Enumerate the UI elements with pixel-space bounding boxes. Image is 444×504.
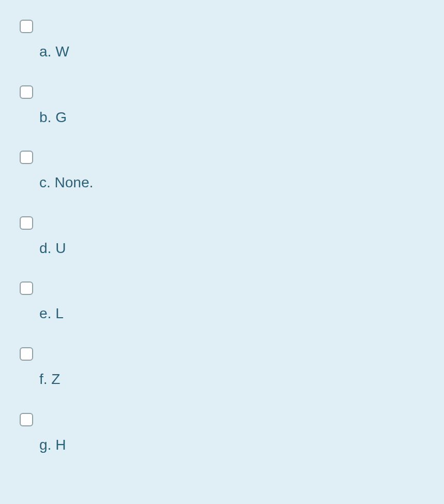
option-item-f: f. Z <box>20 347 424 388</box>
checkbox-g[interactable] <box>20 413 33 426</box>
option-label-a: a. W <box>20 43 69 61</box>
option-label-d: d. U <box>20 240 66 257</box>
option-item-c: c. None. <box>20 151 424 191</box>
checkbox-a[interactable] <box>20 20 33 33</box>
checkbox-e[interactable] <box>20 281 33 295</box>
option-label-b: b. G <box>20 109 67 126</box>
option-label-e: e. L <box>20 305 64 322</box>
option-item-d: d. U <box>20 216 424 257</box>
option-label-g: g. H <box>20 436 66 454</box>
option-item-e: e. L <box>20 281 424 322</box>
options-list: a. W b. G c. None. d. U e. L f. Z g. H <box>20 20 424 478</box>
checkbox-d[interactable] <box>20 216 33 230</box>
option-item-a: a. W <box>20 20 424 61</box>
option-label-c: c. None. <box>20 174 93 191</box>
option-label-f: f. Z <box>20 370 60 388</box>
checkbox-c[interactable] <box>20 151 33 164</box>
option-item-b: b. G <box>20 85 424 126</box>
checkbox-f[interactable] <box>20 347 33 361</box>
option-item-g: g. H <box>20 413 424 454</box>
checkbox-b[interactable] <box>20 85 33 99</box>
